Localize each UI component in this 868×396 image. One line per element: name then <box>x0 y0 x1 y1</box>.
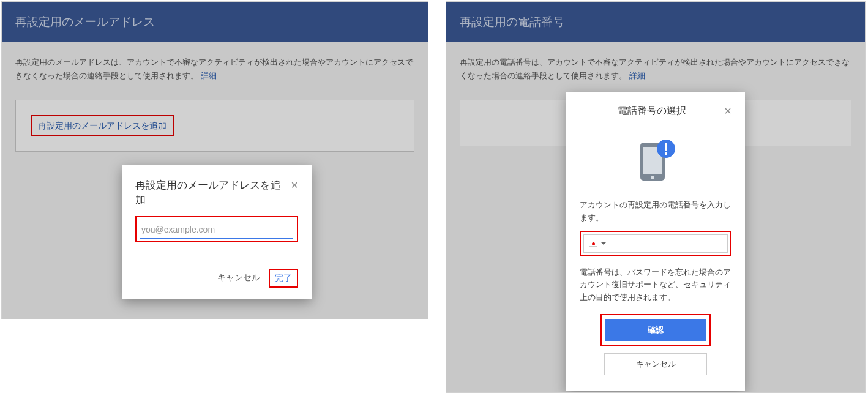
email-recovery-panel: 再設定用のメールアドレス 再設定用のメールアドレスは、アカウントで不審なアクティ… <box>1 1 428 319</box>
svg-rect-4 <box>665 143 667 151</box>
svg-rect-5 <box>665 152 667 155</box>
phone-alert-icon <box>580 136 731 184</box>
email-input[interactable] <box>140 221 293 239</box>
dialog-title: 再設定用のメールアドレスを追加 <box>135 178 291 207</box>
done-button[interactable]: 完了 <box>275 273 292 283</box>
cancel-button[interactable]: キャンセル <box>217 272 260 283</box>
dialog-title: 電話番号の選択 <box>580 105 724 118</box>
close-icon[interactable]: × <box>291 178 298 192</box>
highlight-done-button: 完了 <box>269 269 298 288</box>
cancel-button[interactable]: キャンセル <box>604 353 707 375</box>
svg-point-2 <box>651 176 654 179</box>
highlight-country-select <box>580 231 731 256</box>
confirm-button[interactable]: 確認 <box>605 319 706 341</box>
select-phone-dialog: 電話番号の選択 × アカウントの再設定用の電話番号を入力します。 電話番号は、パ… <box>566 92 745 391</box>
flag-japan-icon <box>589 241 597 247</box>
add-email-dialog: 再設定用のメールアドレスを追加 × キャンセル 完了 <box>122 165 312 299</box>
dialog-description: アカウントの再設定用の電話番号を入力します。 <box>580 199 731 225</box>
phone-recovery-panel: 再設定用の電話番号 再設定用の電話番号は、アカウントで不審なアクティビティが検出… <box>446 1 866 393</box>
country-select[interactable] <box>583 234 728 253</box>
chevron-down-icon <box>601 242 606 245</box>
highlight-email-input <box>135 216 298 242</box>
dialog-note: 電話番号は、パスワードを忘れた場合のアカウント復旧サポートなど、セキュリティ上の… <box>580 266 731 304</box>
highlight-confirm-button: 確認 <box>600 314 711 346</box>
close-icon[interactable]: × <box>724 104 731 118</box>
